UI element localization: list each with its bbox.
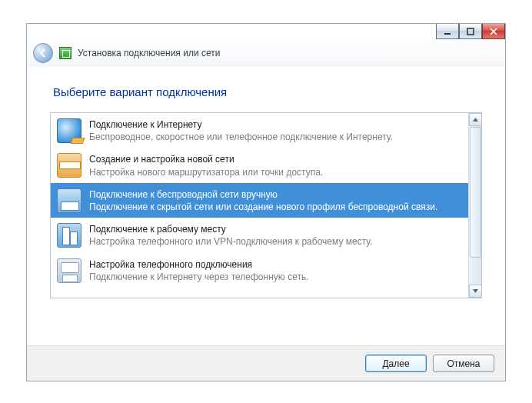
option-desc: Беспроводное, скоростное или телефонное …: [89, 131, 393, 143]
option-manual-wireless[interactable]: Подключение к беспроводной сети вручную …: [51, 183, 468, 218]
scroll-thumb[interactable]: [470, 127, 481, 258]
option-text: Настройка телефонного подключения Подклю…: [89, 258, 309, 283]
option-desc: Подключение к Интернету через телефонную…: [89, 271, 309, 283]
page-heading: Выберите вариант подключения: [53, 85, 482, 98]
back-button[interactable]: [33, 43, 53, 63]
option-title: Создание и настройка новой сети: [89, 153, 323, 165]
close-button[interactable]: [482, 24, 505, 39]
wizard-window: Установка подключения или сети Выберите …: [26, 23, 506, 381]
window-caption-buttons: [436, 24, 505, 41]
option-desc: Настройка телефонного или VPN-подключени…: [89, 235, 372, 248]
connection-options-list: Подключение к Интернету Беспроводное, ск…: [50, 112, 482, 298]
wizard-content: Выберите вариант подключения Подключение…: [27, 67, 505, 345]
minimize-button[interactable]: [436, 24, 459, 39]
globe-icon: [57, 118, 81, 143]
phone-icon: [57, 258, 81, 283]
options-scrollbar[interactable]: [468, 113, 481, 298]
option-workplace[interactable]: Подключение к рабочему месту Настройка т…: [51, 218, 468, 252]
options-body: Подключение к Интернету Беспроводное, ск…: [51, 113, 468, 298]
option-desc: Подключение к скрытой сети или создание …: [89, 201, 437, 213]
option-title: Подключение к Интернету: [89, 118, 393, 131]
option-new-network[interactable]: Создание и настройка новой сети Настройк…: [51, 148, 468, 182]
network-setup-icon: [59, 47, 71, 59]
wireless-icon: [57, 188, 81, 213]
svg-rect-0: [444, 33, 451, 35]
cancel-button[interactable]: Отмена: [433, 355, 494, 372]
wizard-footer: Далее Отмена: [27, 345, 505, 381]
option-title: Настройка телефонного подключения: [89, 258, 309, 271]
option-dialup[interactable]: Настройка телефонного подключения Подклю…: [51, 253, 468, 288]
scroll-down-button[interactable]: [469, 285, 482, 298]
scroll-up-button[interactable]: [469, 113, 482, 126]
svg-rect-1: [467, 28, 474, 35]
workplace-icon: [57, 223, 81, 248]
option-internet[interactable]: Подключение к Интернету Беспроводное, ск…: [51, 113, 468, 148]
option-title: Подключение к беспроводной сети вручную: [89, 188, 437, 201]
option-text: Создание и настройка новой сети Настройк…: [89, 152, 323, 178]
maximize-button[interactable]: [459, 24, 482, 39]
option-text: Подключение к рабочему месту Настройка т…: [89, 222, 372, 248]
option-text: Подключение к Интернету Беспроводное, ск…: [89, 118, 393, 143]
option-title: Подключение к рабочему месту: [89, 223, 372, 235]
option-text: Подключение к беспроводной сети вручную …: [89, 188, 437, 213]
wizard-header: Установка подключения или сети: [27, 39, 505, 67]
router-icon: [57, 153, 81, 178]
window-title: Установка подключения или сети: [78, 48, 220, 58]
next-button[interactable]: Далее: [365, 355, 427, 372]
option-desc: Настройка нового маршрутизатора или точк…: [89, 166, 323, 178]
